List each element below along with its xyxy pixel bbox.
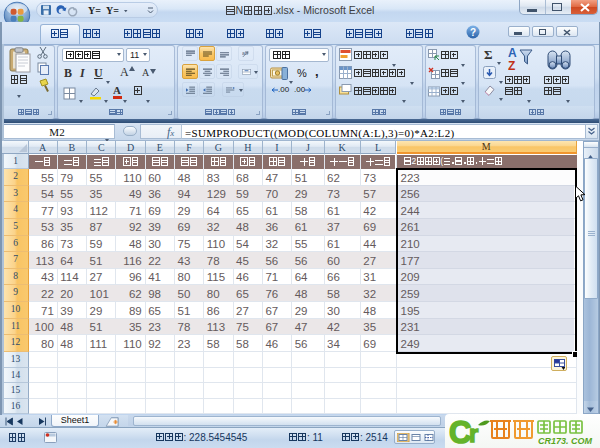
svg-text:ab: ab xyxy=(242,50,248,56)
svg-text:Y=: Y= xyxy=(106,5,119,16)
svg-text:r: r xyxy=(469,420,478,447)
svg-text:?: ? xyxy=(470,27,476,38)
svg-text:A: A xyxy=(508,46,517,60)
svg-text:Z: Z xyxy=(508,59,515,73)
svg-text:CR173. COM: CR173. COM xyxy=(538,436,593,446)
svg-text:Y=: Y= xyxy=(88,5,101,16)
